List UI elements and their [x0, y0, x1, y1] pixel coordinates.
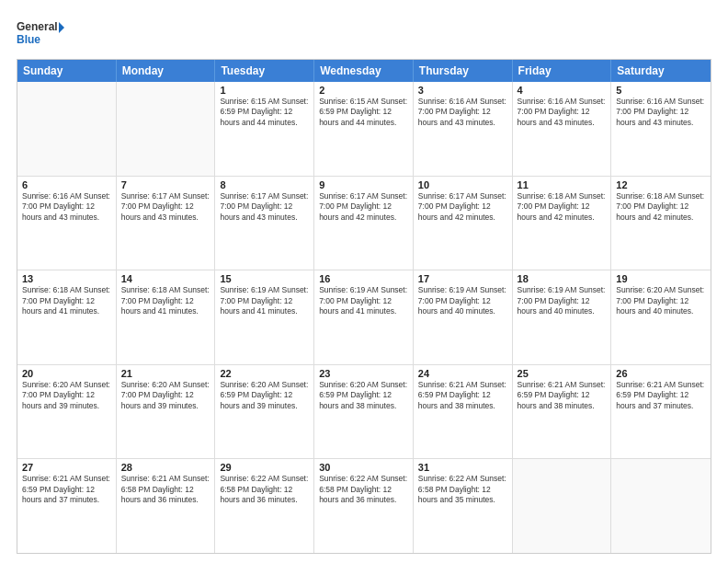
- day-cell-13: 13Sunrise: 6:18 AM Sunset: 7:00 PM Dayli…: [17, 270, 117, 364]
- calendar-week-5: 27Sunrise: 6:21 AM Sunset: 6:59 PM Dayli…: [17, 459, 711, 553]
- day-number: 18: [518, 273, 607, 284]
- day-cell-9: 9Sunrise: 6:17 AM Sunset: 7:00 PM Daylig…: [314, 177, 414, 270]
- day-number: 31: [418, 462, 507, 473]
- day-cell-22: 22Sunrise: 6:20 AM Sunset: 6:59 PM Dayli…: [215, 365, 314, 459]
- header: General Blue: [17, 17, 711, 50]
- day-header-wednesday: Wednesday: [314, 60, 414, 82]
- day-number: 26: [616, 368, 706, 379]
- day-info: Sunrise: 6:15 AM Sunset: 6:59 PM Dayligh…: [319, 97, 408, 128]
- day-number: 15: [220, 273, 309, 284]
- day-cell-28: 28Sunrise: 6:21 AM Sunset: 6:58 PM Dayli…: [117, 459, 216, 553]
- day-info: Sunrise: 6:15 AM Sunset: 6:59 PM Dayligh…: [220, 97, 309, 128]
- day-number: 6: [22, 179, 111, 190]
- day-info: Sunrise: 6:18 AM Sunset: 7:00 PM Dayligh…: [22, 285, 111, 316]
- day-cell-1: 1Sunrise: 6:15 AM Sunset: 6:59 PM Daylig…: [215, 82, 314, 176]
- day-info: Sunrise: 6:16 AM Sunset: 7:00 PM Dayligh…: [418, 97, 507, 128]
- day-info: Sunrise: 6:19 AM Sunset: 7:00 PM Dayligh…: [518, 285, 607, 316]
- calendar-body: 1Sunrise: 6:15 AM Sunset: 6:59 PM Daylig…: [17, 82, 711, 553]
- day-cell-31: 31Sunrise: 6:22 AM Sunset: 6:58 PM Dayli…: [414, 459, 513, 553]
- day-header-sunday: Sunday: [17, 60, 117, 82]
- day-info: Sunrise: 6:22 AM Sunset: 6:58 PM Dayligh…: [418, 474, 507, 505]
- day-info: Sunrise: 6:21 AM Sunset: 6:59 PM Dayligh…: [518, 380, 607, 411]
- day-info: Sunrise: 6:20 AM Sunset: 6:59 PM Dayligh…: [319, 380, 408, 411]
- day-number: 5: [616, 85, 706, 96]
- day-cell-10: 10Sunrise: 6:17 AM Sunset: 7:00 PM Dayli…: [414, 177, 513, 270]
- day-cell-14: 14Sunrise: 6:18 AM Sunset: 7:00 PM Dayli…: [117, 270, 216, 364]
- day-info: Sunrise: 6:19 AM Sunset: 7:00 PM Dayligh…: [220, 285, 309, 316]
- calendar-week-4: 20Sunrise: 6:20 AM Sunset: 7:00 PM Dayli…: [17, 365, 711, 460]
- calendar-week-3: 13Sunrise: 6:18 AM Sunset: 7:00 PM Dayli…: [17, 270, 711, 365]
- day-cell-6: 6Sunrise: 6:16 AM Sunset: 7:00 PM Daylig…: [17, 177, 117, 270]
- day-number: 27: [22, 462, 111, 473]
- day-number: 17: [418, 273, 507, 284]
- day-header-friday: Friday: [513, 60, 612, 82]
- day-info: Sunrise: 6:21 AM Sunset: 6:58 PM Dayligh…: [121, 474, 210, 505]
- day-number: 2: [319, 85, 408, 96]
- day-cell-2: 2Sunrise: 6:15 AM Sunset: 6:59 PM Daylig…: [314, 82, 414, 176]
- day-number: 20: [22, 368, 111, 379]
- day-number: 19: [616, 273, 706, 284]
- day-info: Sunrise: 6:17 AM Sunset: 7:00 PM Dayligh…: [121, 191, 210, 223]
- day-number: 25: [518, 368, 607, 379]
- day-cell-27: 27Sunrise: 6:21 AM Sunset: 6:59 PM Dayli…: [17, 459, 117, 553]
- day-cell-25: 25Sunrise: 6:21 AM Sunset: 6:59 PM Dayli…: [513, 365, 612, 459]
- day-cell-23: 23Sunrise: 6:20 AM Sunset: 6:59 PM Dayli…: [314, 365, 414, 459]
- day-info: Sunrise: 6:20 AM Sunset: 7:00 PM Dayligh…: [121, 380, 210, 411]
- day-cell-5: 5Sunrise: 6:16 AM Sunset: 7:00 PM Daylig…: [611, 82, 711, 176]
- day-header-monday: Monday: [117, 60, 216, 82]
- logo: General Blue: [17, 17, 64, 50]
- day-number: 1: [220, 85, 309, 96]
- day-cell-26: 26Sunrise: 6:21 AM Sunset: 6:59 PM Dayli…: [611, 365, 711, 459]
- day-info: Sunrise: 6:18 AM Sunset: 7:00 PM Dayligh…: [616, 191, 706, 223]
- day-number: 3: [418, 85, 507, 96]
- day-info: Sunrise: 6:21 AM Sunset: 6:59 PM Dayligh…: [418, 380, 507, 411]
- day-number: 4: [518, 85, 607, 96]
- day-info: Sunrise: 6:21 AM Sunset: 6:59 PM Dayligh…: [22, 474, 111, 505]
- day-number: 7: [121, 179, 210, 190]
- day-number: 30: [319, 462, 408, 473]
- day-number: 29: [220, 462, 309, 473]
- day-info: Sunrise: 6:18 AM Sunset: 7:00 PM Dayligh…: [518, 191, 607, 223]
- day-number: 28: [121, 462, 210, 473]
- day-info: Sunrise: 6:19 AM Sunset: 7:00 PM Dayligh…: [319, 285, 408, 316]
- day-info: Sunrise: 6:19 AM Sunset: 7:00 PM Dayligh…: [418, 285, 507, 316]
- day-number: 10: [418, 179, 507, 190]
- day-info: Sunrise: 6:22 AM Sunset: 6:58 PM Dayligh…: [319, 474, 408, 505]
- day-cell-17: 17Sunrise: 6:19 AM Sunset: 7:00 PM Dayli…: [414, 270, 513, 364]
- day-cell-29: 29Sunrise: 6:22 AM Sunset: 6:58 PM Dayli…: [215, 459, 314, 553]
- empty-cell: [117, 82, 216, 176]
- logo-icon: General Blue: [17, 17, 64, 50]
- svg-marker-2: [59, 22, 64, 33]
- day-info: Sunrise: 6:20 AM Sunset: 7:00 PM Dayligh…: [616, 285, 706, 316]
- calendar-week-2: 6Sunrise: 6:16 AM Sunset: 7:00 PM Daylig…: [17, 177, 711, 271]
- day-number: 12: [616, 179, 706, 190]
- day-number: 24: [418, 368, 507, 379]
- day-cell-16: 16Sunrise: 6:19 AM Sunset: 7:00 PM Dayli…: [314, 270, 414, 364]
- day-info: Sunrise: 6:16 AM Sunset: 7:00 PM Dayligh…: [22, 191, 111, 223]
- day-cell-12: 12Sunrise: 6:18 AM Sunset: 7:00 PM Dayli…: [611, 177, 711, 270]
- empty-cell: [611, 459, 711, 553]
- day-info: Sunrise: 6:17 AM Sunset: 7:00 PM Dayligh…: [220, 191, 309, 223]
- day-number: 8: [220, 179, 309, 190]
- day-cell-11: 11Sunrise: 6:18 AM Sunset: 7:00 PM Dayli…: [513, 177, 612, 270]
- day-number: 13: [22, 273, 111, 284]
- day-header-thursday: Thursday: [414, 60, 513, 82]
- day-cell-3: 3Sunrise: 6:16 AM Sunset: 7:00 PM Daylig…: [414, 82, 513, 176]
- day-header-saturday: Saturday: [611, 60, 711, 82]
- day-cell-19: 19Sunrise: 6:20 AM Sunset: 7:00 PM Dayli…: [611, 270, 711, 364]
- day-info: Sunrise: 6:17 AM Sunset: 7:00 PM Dayligh…: [418, 191, 507, 223]
- day-cell-4: 4Sunrise: 6:16 AM Sunset: 7:00 PM Daylig…: [513, 82, 612, 176]
- day-cell-15: 15Sunrise: 6:19 AM Sunset: 7:00 PM Dayli…: [215, 270, 314, 364]
- calendar: SundayMondayTuesdayWednesdayThursdayFrid…: [17, 59, 711, 554]
- day-info: Sunrise: 6:18 AM Sunset: 7:00 PM Dayligh…: [121, 285, 210, 316]
- day-info: Sunrise: 6:21 AM Sunset: 6:59 PM Dayligh…: [616, 380, 706, 411]
- day-cell-18: 18Sunrise: 6:19 AM Sunset: 7:00 PM Dayli…: [513, 270, 612, 364]
- day-number: 14: [121, 273, 210, 284]
- day-number: 22: [220, 368, 309, 379]
- empty-cell: [17, 82, 117, 176]
- day-info: Sunrise: 6:20 AM Sunset: 7:00 PM Dayligh…: [22, 380, 111, 411]
- day-info: Sunrise: 6:16 AM Sunset: 7:00 PM Dayligh…: [616, 97, 706, 128]
- calendar-header: SundayMondayTuesdayWednesdayThursdayFrid…: [17, 60, 711, 82]
- day-info: Sunrise: 6:16 AM Sunset: 7:00 PM Dayligh…: [518, 97, 607, 128]
- day-number: 9: [319, 179, 408, 190]
